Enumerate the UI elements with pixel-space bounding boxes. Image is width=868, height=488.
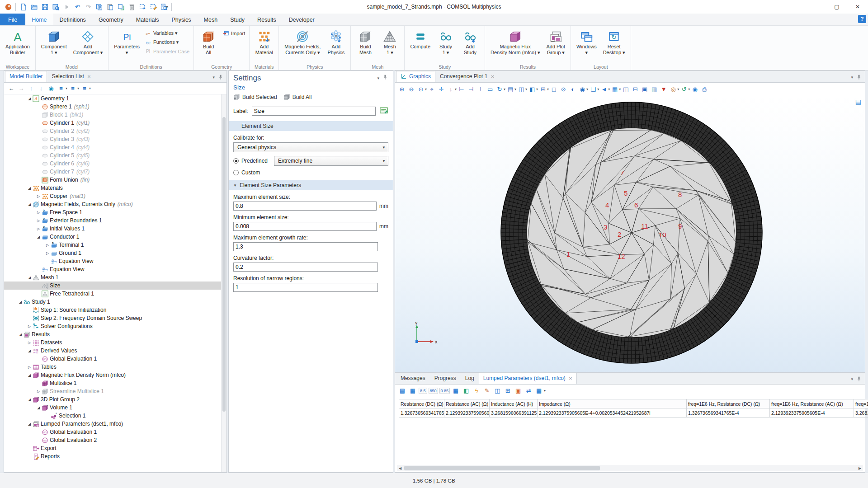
table-header-resistance-ac[interactable]: Resistance (AC) (Ω) xyxy=(444,399,490,408)
split-window-icon[interactable]: ◫ xyxy=(621,85,630,94)
tree-item-cylinder-1[interactable]: Cylinder 1(cyl1) xyxy=(4,119,221,127)
collapse-node-icon[interactable]: ◢ xyxy=(26,373,33,377)
settings-menu-caret-icon[interactable]: ▾ xyxy=(377,76,379,80)
expand-node-icon[interactable]: ▷ xyxy=(26,324,33,328)
tree-item-sphere-1[interactable]: Sphere 1(sph1) xyxy=(4,103,221,111)
field-input-minimum-element-size[interactable] xyxy=(233,222,377,231)
table-menu-icon[interactable]: ▦ xyxy=(534,386,543,395)
tree-item-results[interactable]: ◢Results xyxy=(4,330,221,338)
collapse-menu-icon[interactable]: ≡ xyxy=(68,84,77,93)
table-color-icon[interactable]: ◧ xyxy=(462,386,471,395)
add-study-button[interactable]: AddStudy xyxy=(458,28,482,57)
tree-item-cylinder-5[interactable]: Cylinder 5(cyl5) xyxy=(4,151,221,160)
scroll-left-icon[interactable]: ◀ xyxy=(397,465,403,471)
information-tab-messages[interactable]: Messages xyxy=(396,373,430,384)
dropdown-caret-icon[interactable]: ▾ xyxy=(77,86,79,90)
scene-menu-icon[interactable]: ❏ xyxy=(589,85,598,94)
deselect-icon[interactable]: ⊘ xyxy=(559,85,568,94)
parameters-button[interactable]: PiParameters▾ xyxy=(111,28,142,57)
zoom-extents-icon[interactable]: ⌖ xyxy=(427,85,436,94)
scroll-thumb[interactable] xyxy=(404,466,600,470)
collapse-node-icon[interactable]: ◢ xyxy=(26,398,33,402)
camera-left-icon[interactable]: ◄ xyxy=(599,85,609,94)
scroll-right-icon[interactable]: ▶ xyxy=(857,465,863,471)
table-view-icon[interactable]: ▥ xyxy=(650,85,659,94)
table-header-impedance[interactable]: Impedance (Ω) xyxy=(538,399,687,408)
information-tab-progress[interactable]: Progress xyxy=(430,373,461,384)
dropdown-caret-icon[interactable]: ▾ xyxy=(166,5,168,9)
tree-item-volume-1[interactable]: ◢*Volume 1 xyxy=(4,404,221,412)
tree-item-3d-plot-group-2[interactable]: ◢*3D Plot Group 2 xyxy=(4,395,221,404)
dropdown-caret-icon[interactable]: ▾ xyxy=(688,87,690,91)
tree-item-geometry-1[interactable]: ◢AGeometry 1 xyxy=(4,94,221,103)
table-row[interactable]: 1.326736569341765E-42.1293923375905605E-… xyxy=(399,408,868,418)
compute-button[interactable]: Compute xyxy=(407,28,433,51)
tree-item-form-union[interactable]: Form Union(fin) xyxy=(4,176,221,184)
tree-item-streamline-multislice-1[interactable]: ▷Streamline Multislice 1 xyxy=(4,387,221,395)
tree-item-global-evaluation-1[interactable]: 8.5Global Evaluation 1 xyxy=(4,428,221,436)
pin-icon[interactable] xyxy=(856,74,862,80)
label-input[interactable] xyxy=(252,107,376,116)
tree-item-ground-1[interactable]: ▷Ground 1 xyxy=(4,249,221,257)
information-tab-log[interactable]: Log xyxy=(461,373,479,384)
dropdown-caret-icon[interactable]: ▾ xyxy=(544,389,546,393)
tree-item-derived-values[interactable]: ◢8.85e-12Derived Values xyxy=(4,347,221,355)
table-header-freq-1e6-hz-inductance-ac-h[interactable]: freq=1E6 Hz, Inductance (AC) (H) xyxy=(854,399,868,408)
tree-item-magnetic-flux-density-norm-mfco[interactable]: ◢Magnetic Flux Density Norm (mfco) xyxy=(4,371,221,379)
collapse-node-icon[interactable]: ◢ xyxy=(35,406,42,410)
tree-item-mesh-1[interactable]: ◢Mesh 1 xyxy=(4,273,221,282)
dropdown-caret-icon[interactable]: ▾ xyxy=(677,87,679,91)
tree-item-cylinder-2[interactable]: Cylinder 2(cyl2) xyxy=(4,127,221,135)
help-button[interactable]: ? xyxy=(858,15,866,23)
field-input-resolution-of-narrow-regions[interactable] xyxy=(233,283,378,292)
tree-item-conductor-1[interactable]: ◢Conductor 1 xyxy=(4,233,221,241)
pin-icon[interactable] xyxy=(382,74,388,82)
tree-item-cylinder-3[interactable]: Cylinder 3(cyl3) xyxy=(4,135,221,143)
add-material-button[interactable]: AddMaterial xyxy=(252,28,276,57)
ribbon-tab-definitions[interactable]: Definitions xyxy=(53,14,92,25)
tree-item-global-evaluation-2[interactable]: 8.5Global Evaluation 2 xyxy=(4,436,221,444)
tab-list-caret-icon[interactable]: ▾ xyxy=(851,75,853,80)
tree-item-free-tetrahedral-1[interactable]: Free Tetrahedral 1 xyxy=(4,290,221,298)
select-button[interactable] xyxy=(137,1,148,12)
copy-table-icon[interactable]: ◫ xyxy=(493,386,502,395)
expand-node-icon[interactable]: ▷ xyxy=(35,194,42,198)
mesh-1-button[interactable]: Mesh1 ▾ xyxy=(378,28,401,57)
information-tab-lumped-parameters-dset1-mfco[interactable]: Lumped Parameters (dset1, mfco)✕ xyxy=(479,373,577,384)
comsol-menu-button[interactable] xyxy=(3,1,14,12)
go-forward-icon[interactable]: → xyxy=(17,84,26,93)
y-axis-view-icon[interactable]: ⊣ xyxy=(467,85,476,94)
zoom-out-icon[interactable]: ⊖ xyxy=(407,85,416,94)
annotate-button[interactable] xyxy=(148,1,159,12)
view-hidden-menu-icon[interactable]: ◉ xyxy=(578,85,587,94)
copy-button[interactable] xyxy=(94,1,104,12)
tab-list-caret-icon[interactable]: ▾ xyxy=(212,75,215,80)
pin-icon[interactable] xyxy=(217,74,224,80)
graphics-canvas[interactable]: 754683112109112 yx ▤ xyxy=(395,96,865,372)
dropdown-caret-icon[interactable]: ▾ xyxy=(547,87,549,91)
go-back-icon[interactable]: ← xyxy=(7,84,16,93)
rotate-scene-icon[interactable]: ↺ xyxy=(679,85,689,94)
tree-item-selection-1[interactable]: *Selection 1 xyxy=(4,412,221,420)
delete-button[interactable] xyxy=(126,1,137,12)
add-component-button[interactable]: AddComponent ▾ xyxy=(71,28,105,57)
expand-node-icon[interactable]: ▷ xyxy=(26,341,33,345)
build-all-button[interactable]: BuildAll xyxy=(197,28,220,57)
dropdown-caret-icon[interactable]: ▾ xyxy=(597,87,599,91)
table-header-freq-1e6-hz-resistance-dc[interactable]: freq=1E6 Hz, Resistance (DC) (Ω) xyxy=(687,399,770,408)
tree-item-terminal-1[interactable]: ▷DTerminal 1 xyxy=(4,241,221,249)
expand-node-icon[interactable]: ▷ xyxy=(44,243,51,247)
grid-menu-icon[interactable]: ▦ xyxy=(610,85,619,94)
zoom-menu-icon[interactable]: ⊙ xyxy=(416,85,425,94)
calibrate-for-select[interactable]: General physics▼ xyxy=(233,142,388,152)
tree-item-cylinder-7[interactable]: Cylinder 7(cyl7) xyxy=(4,168,221,176)
tree-item-initial-values-1[interactable]: ▷DInitial Values 1 xyxy=(4,225,221,233)
study-1-button[interactable]: Study1 ▾ xyxy=(434,28,458,57)
tree-item-step-1-source-initialization[interactable]: Step 1: Source Initialization xyxy=(4,306,221,314)
predefined-select[interactable]: Extremely fine▼ xyxy=(274,156,388,166)
expand-node-icon[interactable]: ▷ xyxy=(35,227,42,231)
ribbon-tab-home[interactable]: Home xyxy=(25,14,53,25)
snapshot-icon[interactable]: ◉ xyxy=(690,85,699,94)
close-button[interactable]: ✕ xyxy=(847,0,868,14)
dropdown-caret-icon[interactable]: ▾ xyxy=(455,87,457,91)
